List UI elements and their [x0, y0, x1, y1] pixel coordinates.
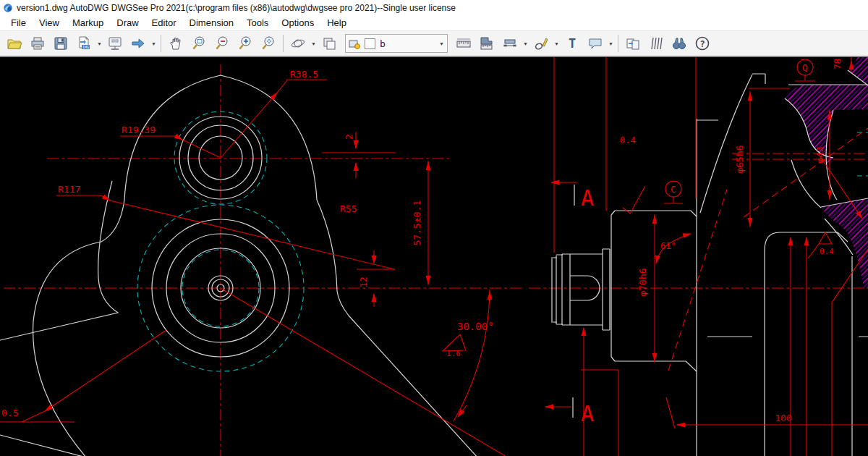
app-window: version1.dwg AutoDWG DWGSee Pro 2021(c:\… — [0, 0, 868, 456]
centerlines — [4, 64, 868, 456]
convert-image-icon: IMG — [76, 35, 92, 51]
zoom-extents-button[interactable] — [257, 33, 280, 54]
dim-dia43: φ43 — [814, 146, 825, 163]
freehand-draw-button[interactable] — [529, 33, 553, 54]
zoom-out-button[interactable] — [210, 33, 234, 54]
dim-dia70: φ70h6 — [637, 268, 648, 296]
dim-30deg: 30.00° — [457, 321, 494, 332]
orbit-button[interactable] — [286, 33, 310, 54]
help-icon: ? — [694, 35, 710, 51]
svg-text:IMG: IMG — [82, 45, 89, 49]
text-icon: T — [564, 35, 580, 51]
title-bar: version1.dwg AutoDWG DWGSee Pro 2021(c:\… — [0, 0, 868, 15]
cad-drawing: R38.5 R19.39 R117 R55 57.5±0.1 12 2 30.0… — [0, 57, 868, 456]
pitch-circles — [137, 111, 868, 371]
zoom-out-icon — [214, 35, 230, 51]
toolbar-separator — [283, 35, 284, 52]
dim-0-4-mid: 0.4 — [820, 247, 834, 256]
layer-combo-dropdown-arrow[interactable]: ▼ — [439, 41, 444, 46]
layer-name-value: b — [380, 38, 435, 49]
menu-draw[interactable]: Draw — [110, 16, 145, 30]
pan-hand-icon — [168, 35, 184, 51]
comment-button[interactable] — [584, 33, 607, 54]
layers-icon — [321, 35, 337, 51]
forward-arrow-icon — [130, 35, 146, 51]
copy-compare-button[interactable] — [621, 33, 644, 54]
svg-text:T: T — [569, 36, 576, 51]
menu-options[interactable]: Options — [275, 16, 320, 30]
monitor-icon — [107, 35, 123, 51]
ruler-icon — [456, 35, 472, 51]
dim-r55: R55 — [340, 203, 357, 214]
dim-r117: R117 — [58, 184, 80, 195]
insert-text-button[interactable]: T — [561, 33, 584, 54]
menu-bar: File View Markup Draw Editor Dimension T… — [0, 15, 868, 31]
print-button[interactable] — [26, 33, 49, 54]
floppy-disk-icon — [53, 35, 69, 51]
menu-markup[interactable]: Markup — [66, 16, 110, 30]
printer-icon — [30, 35, 46, 51]
datum-c: C — [671, 184, 676, 195]
convert-to-image-button[interactable]: IMG — [72, 33, 95, 54]
forward-dropdown-arrow[interactable]: ▼ — [150, 33, 158, 54]
dim-61deg: 61° — [660, 241, 676, 251]
dim-r38-5: R38.5 — [290, 69, 318, 80]
front-view-geometry — [0, 75, 479, 456]
front-dimensions — [0, 80, 508, 456]
binoculars-icon — [671, 35, 687, 51]
help-button[interactable]: ? — [691, 33, 714, 54]
comment-dropdown-arrow[interactable]: ▼ — [607, 33, 615, 54]
orbit-icon — [290, 35, 306, 51]
zoom-in-button[interactable] — [234, 33, 257, 54]
layer-combo[interactable]: b ▼ — [345, 34, 448, 53]
open-button[interactable] — [3, 33, 26, 54]
layers-button[interactable] — [318, 33, 341, 54]
dim-100: 100 — [775, 413, 791, 423]
menu-file[interactable]: File — [4, 16, 33, 30]
ruler-area-icon — [479, 35, 495, 51]
datum-q: Q — [802, 62, 808, 73]
layer-color-icon — [349, 38, 360, 49]
dim-roughness-1-6: 1.6 — [446, 349, 461, 358]
zoom-window-button[interactable] — [187, 33, 210, 54]
measure-area-button[interactable] — [475, 33, 498, 54]
find-button[interactable] — [668, 33, 691, 54]
app-logo-icon — [3, 3, 13, 13]
color-swatch — [365, 38, 375, 49]
forward-button[interactable] — [127, 33, 150, 54]
dim-0-4-top: 0.4 — [620, 135, 636, 145]
speech-bubble-icon — [587, 35, 603, 51]
fullscreen-view-button[interactable] — [103, 33, 127, 54]
convert-dropdown-arrow[interactable]: ▼ — [95, 33, 103, 54]
dim-78deg: 78° — [832, 57, 843, 69]
toolbar-separator — [161, 35, 161, 52]
svg-text:?: ? — [699, 39, 705, 49]
measure-distance-button[interactable] — [452, 33, 475, 54]
window-title: version1.dwg AutoDWG DWGSee Pro 2021(c:\… — [17, 3, 456, 13]
menu-help[interactable]: Help — [320, 16, 353, 30]
orbit-dropdown-arrow[interactable]: ▼ — [310, 33, 318, 54]
zoom-window-icon — [191, 35, 207, 51]
pan-button[interactable] — [164, 33, 187, 54]
section-label-a-bottom: A — [581, 401, 594, 426]
hatch-button[interactable] — [644, 33, 668, 54]
open-folder-icon — [7, 35, 22, 51]
menu-editor[interactable]: Editor — [145, 16, 183, 30]
hatch-lines-icon — [648, 35, 664, 51]
copy-compare-icon — [625, 35, 641, 51]
save-button[interactable] — [49, 33, 72, 54]
dim-57-5: 57.5±0.1 — [412, 200, 422, 246]
menu-tools[interactable]: Tools — [240, 16, 275, 30]
main-toolbar: IMG ▼ ▼ ▼ b ▼ ▼ ▼ T ▼ ? — [0, 31, 868, 57]
dim-r19-39: R19.39 — [122, 124, 156, 135]
drawing-canvas[interactable]: R38.5 R19.39 R117 R55 57.5±0.1 12 2 30.0… — [0, 57, 868, 456]
dim-2: 2 — [344, 134, 354, 140]
menu-view[interactable]: View — [33, 16, 66, 30]
section-label-a-top: A — [581, 185, 594, 211]
menu-dimension[interactable]: Dimension — [183, 16, 240, 30]
dimension-button[interactable] — [498, 33, 522, 54]
dimension-labels: R38.5 R19.39 R117 R55 57.5±0.1 12 2 30.0… — [1, 57, 843, 426]
toolbar-separator — [618, 35, 618, 52]
freehand-dropdown-arrow[interactable]: ▼ — [553, 33, 561, 54]
dimension-dropdown-arrow[interactable]: ▼ — [522, 33, 529, 54]
